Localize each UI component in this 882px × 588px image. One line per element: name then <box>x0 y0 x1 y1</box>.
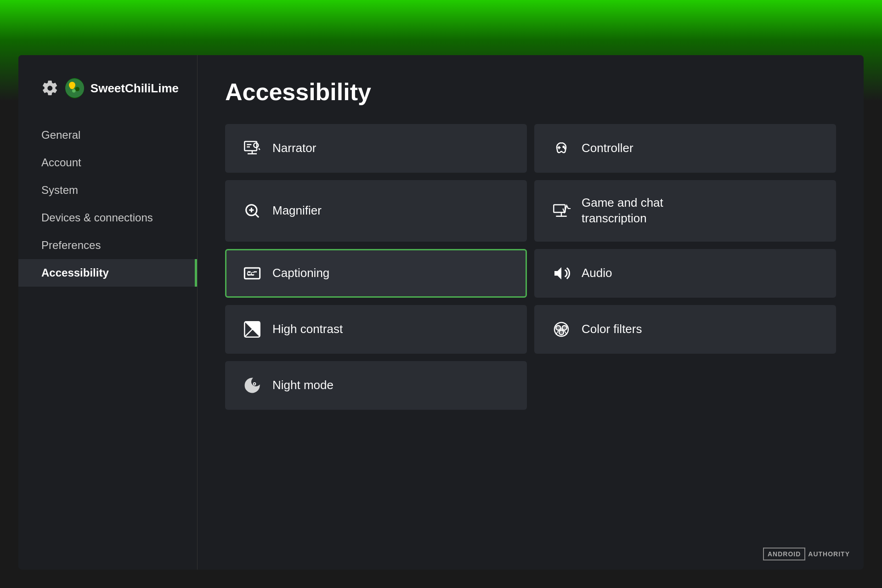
tile-night-mode-label: Night mode <box>272 378 334 393</box>
captioning-icon: CC <box>243 264 261 283</box>
svg-point-2 <box>75 87 79 91</box>
svg-point-16 <box>559 330 564 334</box>
tile-audio-label: Audio <box>582 266 612 281</box>
tile-color-filters-label: Color filters <box>582 322 642 337</box>
tile-magnifier-label: Magnifier <box>272 203 322 219</box>
color-filters-icon <box>552 320 571 339</box>
tile-night-mode[interactable]: Night mode <box>225 361 527 410</box>
main-content: Accessibility Narrator <box>198 55 864 570</box>
svg-point-5 <box>254 143 258 147</box>
svg-point-17 <box>254 383 256 385</box>
controller-icon <box>552 139 571 158</box>
tile-magnifier[interactable]: Magnifier <box>225 180 527 242</box>
tile-captioning[interactable]: CC Captioning <box>225 249 527 298</box>
tile-game-chat[interactable]: Game and chat transcription <box>534 180 836 242</box>
tile-controller-label: Controller <box>582 141 633 156</box>
sidebar-navigation: General Account System Devices & connect… <box>18 121 197 287</box>
sidebar: SweetChiliLime General Account System De… <box>18 55 198 570</box>
svg-text:CC: CC <box>247 271 254 277</box>
audio-icon <box>552 264 571 283</box>
accessibility-grid: Narrator Controller Magnifi <box>225 124 836 410</box>
tile-narrator-label: Narrator <box>272 141 316 156</box>
watermark: ANDROID AUTHORITY <box>763 548 850 560</box>
svg-point-0 <box>65 79 84 97</box>
watermark-brand-box: ANDROID <box>763 548 805 560</box>
svg-point-7 <box>565 148 566 149</box>
sidebar-item-preferences[interactable]: Preferences <box>18 232 197 259</box>
sidebar-item-account[interactable]: Account <box>18 149 197 176</box>
sidebar-item-general[interactable]: General <box>18 121 197 149</box>
tile-controller[interactable]: Controller <box>534 124 836 173</box>
tile-audio[interactable]: Audio <box>534 249 836 298</box>
tile-game-chat-label: Game and chat transcription <box>582 195 663 226</box>
tile-color-filters[interactable]: Color filters <box>534 305 836 354</box>
tile-high-contrast[interactable]: High contrast <box>225 305 527 354</box>
high-contrast-icon <box>243 320 261 339</box>
sidebar-header: SweetChiliLime <box>18 78 197 121</box>
magnifier-icon <box>243 202 261 220</box>
tile-high-contrast-label: High contrast <box>272 322 343 337</box>
avatar <box>65 78 84 98</box>
sidebar-item-accessibility[interactable]: Accessibility <box>18 259 197 287</box>
watermark-authority-label: AUTHORITY <box>808 550 850 558</box>
sidebar-item-devices[interactable]: Devices & connections <box>18 204 197 232</box>
page-title: Accessibility <box>225 78 836 106</box>
narrator-icon <box>243 139 261 158</box>
svg-point-3 <box>72 89 76 93</box>
sidebar-item-system[interactable]: System <box>18 176 197 204</box>
game-chat-icon <box>552 202 571 220</box>
watermark-brand-label: ANDROID <box>768 550 801 558</box>
tile-narrator[interactable]: Narrator <box>225 124 527 173</box>
svg-point-6 <box>563 146 565 147</box>
settings-gear-icon <box>41 79 59 97</box>
screen-frame: SweetChiliLime General Account System De… <box>18 55 864 570</box>
username-label: SweetChiliLime <box>90 81 179 96</box>
tile-captioning-label: Captioning <box>272 266 329 281</box>
night-mode-icon <box>243 376 261 395</box>
svg-point-1 <box>69 84 74 89</box>
